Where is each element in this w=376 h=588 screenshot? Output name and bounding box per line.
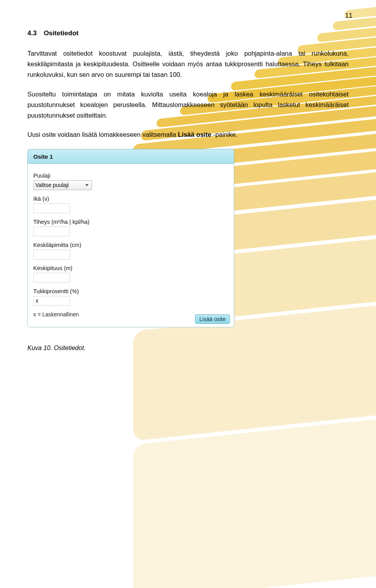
figure-caption: Kuva 10. Ositetiedot. [27,345,349,352]
label-ika: Ikä (v) [33,196,228,202]
chevron-down-icon [85,184,89,186]
heading-number: 4.3 [27,29,37,37]
paragraph-2: Suositeltu toimintatapa on mitata kuviol… [27,89,349,121]
label-keskilapimitta: Keskiläpimitta (cm) [33,242,228,248]
input-keskilapimitta[interactable] [33,250,70,260]
input-tiheys[interactable] [33,227,70,236]
label-tiheys: Tiheys (m²/ha | kpl/ha) [33,219,228,225]
section-heading: 4.3Ositetiedot [27,29,349,37]
tab-osite-1[interactable]: Osite 1 [27,149,234,164]
select-puulaji-value: Valitse puulaji [35,182,69,188]
label-puulaji: Puulaji [33,172,228,179]
heading-title: Ositetiedot [44,29,79,37]
input-tukkiprosentti[interactable]: x [33,296,70,306]
label-keskipituus: Keskipituus (m) [33,265,228,271]
input-keskipituus[interactable] [33,273,70,283]
paragraph-1: Tarvittavat ositetiedot koostuvat puulaj… [27,48,349,80]
paragraph-3: Uusi osite voidaan lisätä lomakkeeseen v… [27,129,349,140]
input-ika[interactable] [33,203,70,213]
osite-form: Osite 1 Puulaji Valitse puulaji Ikä (v) … [27,149,234,327]
label-tukkiprosentti: Tukkiprosentti (%) [33,288,228,294]
form-panel: Puulaji Valitse puulaji Ikä (v) Tiheys (… [27,163,234,327]
select-puulaji[interactable]: Valitse puulaji [33,180,92,190]
add-osite-button[interactable]: Lisää osite [195,314,230,324]
